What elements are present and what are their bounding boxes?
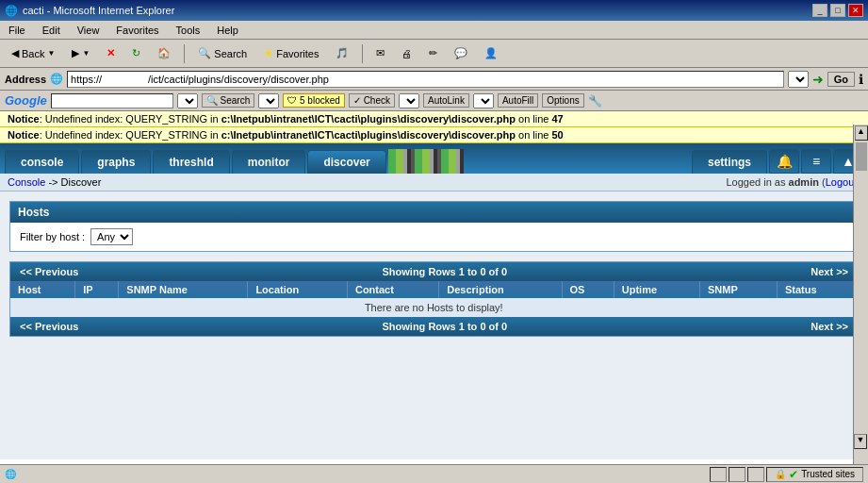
back-button[interactable]: ◀ Back ▼: [5, 42, 61, 65]
menu-tools[interactable]: Tools: [172, 24, 205, 37]
tab-settings[interactable]: settings: [692, 150, 767, 174]
hosts-table: Host IP SNMP Name Location Contact Descr…: [10, 281, 858, 317]
address-dropdown[interactable]: [788, 71, 809, 88]
address-icon: 🌐: [50, 73, 63, 85]
hosts-header: Hosts: [10, 202, 858, 223]
google-search-button[interactable]: 🔍 Search: [202, 93, 254, 108]
notice-line-2: 50: [552, 129, 564, 141]
main-content: Hosts Filter by host : Any << Previous S…: [0, 192, 868, 459]
showing-text-top: Showing Rows 1 to 0 of 0: [383, 266, 508, 277]
check-dropdown[interactable]: [399, 93, 419, 108]
close-button[interactable]: ✕: [848, 4, 863, 17]
menu-view[interactable]: View: [74, 24, 104, 37]
dropdown-arrow-icon: ▼: [47, 49, 55, 58]
favorites-button[interactable]: ★ Favorites: [257, 42, 325, 65]
google-search-dropdown[interactable]: [177, 93, 198, 108]
messenger-icon: 👤: [484, 47, 498, 59]
bell-icon-button[interactable]: 🔔: [769, 149, 799, 174]
tab-graphs[interactable]: graphs: [81, 150, 151, 174]
home-button[interactable]: 🏠: [151, 42, 177, 65]
separator-2: [362, 44, 363, 63]
mail-button[interactable]: ✉: [369, 42, 391, 65]
hosts-section: Hosts Filter by host : Any: [9, 201, 859, 252]
prev-button-bottom[interactable]: << Previous: [20, 321, 78, 332]
forward-dropdown-icon: ▼: [82, 49, 90, 58]
options-button[interactable]: Options: [542, 93, 583, 108]
search-icon: 🔍: [206, 95, 218, 106]
breadcrumb-discover: Discover: [61, 176, 102, 188]
scroll-thumb[interactable]: [856, 142, 867, 171]
empty-row: There are no Hosts to display!: [10, 298, 858, 317]
status-bar: 🌐 🔒 ✔ Trusted sites: [0, 464, 868, 483]
scrollbar[interactable]: ▲ ▼: [853, 125, 868, 464]
menu-favorites[interactable]: Favorites: [112, 24, 162, 37]
logged-in-label: Logged in as: [726, 176, 785, 188]
print-button[interactable]: 🖨: [395, 42, 418, 65]
autolink-dropdown[interactable]: [473, 93, 494, 108]
breadcrumb-console[interactable]: Console: [8, 176, 45, 188]
username-label: admin: [789, 176, 819, 188]
col-contact: Contact: [347, 281, 438, 298]
mail-icon: ✉: [376, 47, 385, 59]
autolink-button[interactable]: AutoLink: [423, 93, 469, 108]
print-icon: 🖨: [401, 48, 412, 59]
blocked-badge[interactable]: 🛡 5 blocked: [283, 93, 345, 108]
star-icon: ★: [264, 47, 273, 59]
go-button[interactable]: Go: [827, 72, 855, 87]
search-icon: 🔍: [198, 47, 211, 59]
menu-icon-button[interactable]: ≡: [801, 149, 831, 174]
forward-button[interactable]: ▶ ▼: [65, 42, 96, 65]
check-button[interactable]: ✓ Check: [349, 93, 395, 108]
notice-line-1: 47: [552, 113, 564, 125]
autofill-button[interactable]: AutoFill: [498, 93, 538, 108]
media-button[interactable]: 🎵: [329, 42, 355, 65]
edit-icon: ✏: [429, 47, 437, 59]
col-host: Host: [10, 281, 75, 298]
menu-file[interactable]: File: [5, 24, 29, 37]
search-options-dropdown[interactable]: [258, 93, 279, 108]
stop-button[interactable]: ✕: [100, 42, 122, 65]
separator-1: [184, 44, 185, 63]
next-button-bottom[interactable]: Next >>: [811, 321, 848, 332]
col-description: Description: [439, 281, 562, 298]
home-icon: 🏠: [157, 47, 171, 59]
address-bar: Address 🌐 ➜ Go ℹ: [0, 68, 868, 91]
tab-threshld[interactable]: threshld: [153, 150, 229, 174]
edit-button[interactable]: ✏: [422, 42, 444, 65]
pagination-top: << Previous Showing Rows 1 to 0 of 0 Nex…: [10, 262, 858, 281]
prev-button-top[interactable]: << Previous: [20, 266, 78, 277]
status-segments: 🔒 ✔ Trusted sites: [710, 467, 863, 482]
tab-discover[interactable]: discover: [307, 150, 385, 174]
discuss-button[interactable]: 💬: [448, 42, 474, 65]
refresh-icon: ↻: [132, 47, 140, 59]
go-arrow-icon[interactable]: ➜: [812, 72, 824, 87]
refresh-button[interactable]: ↻: [125, 42, 147, 65]
google-search-input[interactable]: [51, 93, 173, 108]
toolbar: ◀ Back ▼ ▶ ▼ ✕ ↻ 🏠 🔍 Search ★ Favorites …: [0, 40, 868, 68]
table-header-row: Host IP SNMP Name Location Contact Descr…: [10, 281, 858, 298]
right-icon-buttons: settings 🔔 ≡ ▲: [692, 149, 863, 174]
next-button-top[interactable]: Next >>: [811, 266, 848, 277]
host-filter-select[interactable]: Any: [90, 228, 133, 245]
restore-button[interactable]: □: [830, 4, 845, 17]
menu-edit[interactable]: Edit: [39, 24, 64, 37]
breadcrumb: Console -> Discover: [8, 176, 101, 188]
address-input[interactable]: [67, 71, 784, 88]
menu-help[interactable]: Help: [213, 24, 242, 37]
discuss-icon: 💬: [454, 47, 467, 59]
filter-label: Filter by host :: [20, 231, 85, 242]
messenger-button[interactable]: 👤: [478, 42, 504, 65]
hosts-filter: Filter by host : Any: [10, 223, 858, 251]
scroll-up-button[interactable]: ▲: [855, 125, 868, 141]
notice-label-2: Notice: [8, 129, 40, 141]
lock-icon: 🔒: [775, 469, 786, 479]
title-bar: 🌐 cacti - Microsoft Internet Explorer _ …: [0, 0, 868, 21]
minimize-button[interactable]: _: [812, 4, 827, 17]
tab-console[interactable]: console: [5, 150, 79, 174]
scroll-down-button[interactable]: ▼: [854, 434, 867, 449]
data-table-wrapper: << Previous Showing Rows 1 to 0 of 0 Nex…: [9, 261, 859, 337]
navigation-tabs: console graphs threshld monitor discover…: [0, 143, 868, 174]
search-button[interactable]: 🔍 Search: [191, 42, 254, 65]
notice-label-1: Notice: [8, 113, 40, 125]
tab-monitor[interactable]: monitor: [232, 150, 306, 174]
